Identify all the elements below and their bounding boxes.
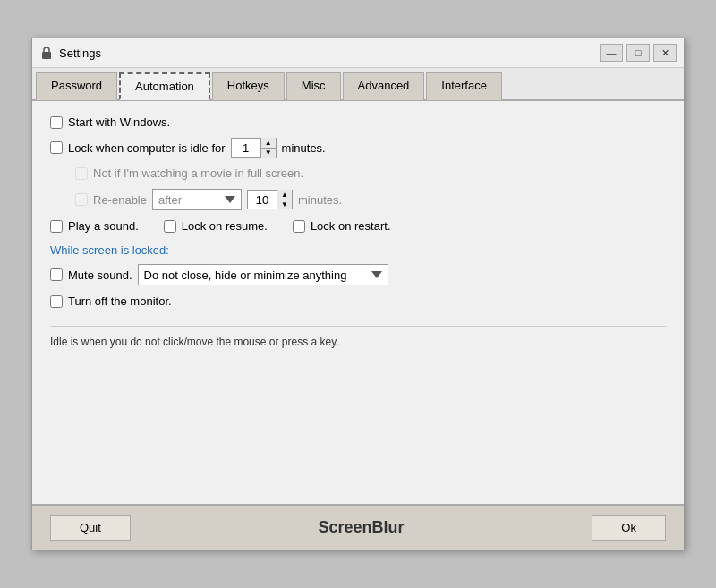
lock-idle-label-after: minutes. [282,141,326,155]
tab-hotkeys[interactable]: Hotkeys [212,72,285,100]
sound-resume-restart-row: Play a sound. Lock on resume. Lock on re… [50,219,666,233]
lock-idle-value[interactable] [232,139,260,157]
tab-advanced[interactable]: Advanced [343,72,425,100]
title-bar-controls: — □ ✕ [600,44,677,62]
lock-on-restart-checkbox[interactable] [293,220,305,233]
while-locked-heading: While screen is locked: [50,243,666,257]
mute-dropdown[interactable]: Do not close, hide or minimize anything … [138,264,388,285]
lock-on-resume-label: Lock on resume. [182,219,268,233]
window-title: Settings [59,47,101,60]
ok-button[interactable]: Ok [592,515,666,541]
quit-button[interactable]: Quit [50,515,131,541]
mute-sound-row: Mute sound. Do not close, hide or minimi… [50,264,666,285]
not-if-movie-checkbox[interactable] [75,167,88,180]
re-enable-minutes-buttons: ▲ ▼ [277,190,292,209]
lock-icon [39,46,54,60]
mute-sound-checkbox[interactable] [50,268,63,281]
footer-note: Idle is when you do not click/move the m… [50,326,666,348]
mute-sound-label: Mute sound. [68,268,132,282]
lock-idle-label-before: Lock when computer is idle for [68,141,226,155]
start-with-windows-checkbox[interactable] [50,116,63,129]
lock-idle-row: Lock when computer is idle for ▲ ▼ minut… [50,138,666,158]
minimize-button[interactable]: — [600,44,623,62]
play-sound-checkbox[interactable] [50,220,63,233]
tab-automation[interactable]: Automation [119,72,210,100]
lock-idle-decrement[interactable]: ▼ [261,148,276,158]
lock-idle-checkbox[interactable] [50,141,63,154]
close-button[interactable]: ✕ [653,44,677,62]
re-enable-decrement[interactable]: ▼ [277,200,292,209]
re-enable-minutes-value[interactable] [248,191,277,209]
turn-off-monitor-row: Turn off the monitor. [50,294,666,308]
lock-idle-spinner-buttons: ▲ ▼ [260,138,276,158]
lock-on-restart-label: Lock on restart. [311,219,391,233]
title-bar: Settings — □ ✕ [32,38,684,68]
tab-interface[interactable]: Interface [426,72,502,100]
re-enable-minutes-spinner: ▲ ▼ [247,190,293,209]
tab-content: Start with Windows. Lock when computer i… [32,101,684,504]
not-if-movie-row: Not if I'm watching a movie in full scre… [75,166,666,180]
tab-misc[interactable]: Misc [286,72,341,100]
svg-rect-0 [42,52,51,59]
tab-bar: Password Automation Hotkeys Misc Advance… [32,68,684,101]
re-enable-increment[interactable]: ▲ [277,190,292,200]
maximize-button[interactable]: □ [626,44,650,62]
play-sound-label: Play a sound. [68,219,139,233]
settings-window: Settings — □ ✕ Password Automation Hotke… [31,38,685,550]
title-bar-left: Settings [39,46,101,60]
re-enable-dropdown[interactable]: after before never [152,189,242,210]
re-enable-minutes-label: minutes. [298,193,342,207]
re-enable-checkbox[interactable] [75,193,88,206]
re-enable-row: Re-enable after before never ▲ ▼ minutes… [75,189,666,210]
turn-off-monitor-label: Turn off the monitor. [68,294,172,308]
bottom-bar: Quit ScreenBlur Ok [32,504,684,550]
lock-idle-spinner: ▲ ▼ [231,138,277,158]
not-if-movie-label: Not if I'm watching a movie in full scre… [93,166,303,180]
lock-idle-increment[interactable]: ▲ [261,138,276,148]
re-enable-label: Re-enable [93,193,147,207]
turn-off-monitor-checkbox[interactable] [50,295,63,308]
app-title: ScreenBlur [319,518,405,537]
lock-on-resume-checkbox[interactable] [164,220,176,233]
start-with-windows-label: Start with Windows. [68,115,170,129]
tab-password[interactable]: Password [36,72,117,100]
start-with-windows-row: Start with Windows. [50,115,666,129]
